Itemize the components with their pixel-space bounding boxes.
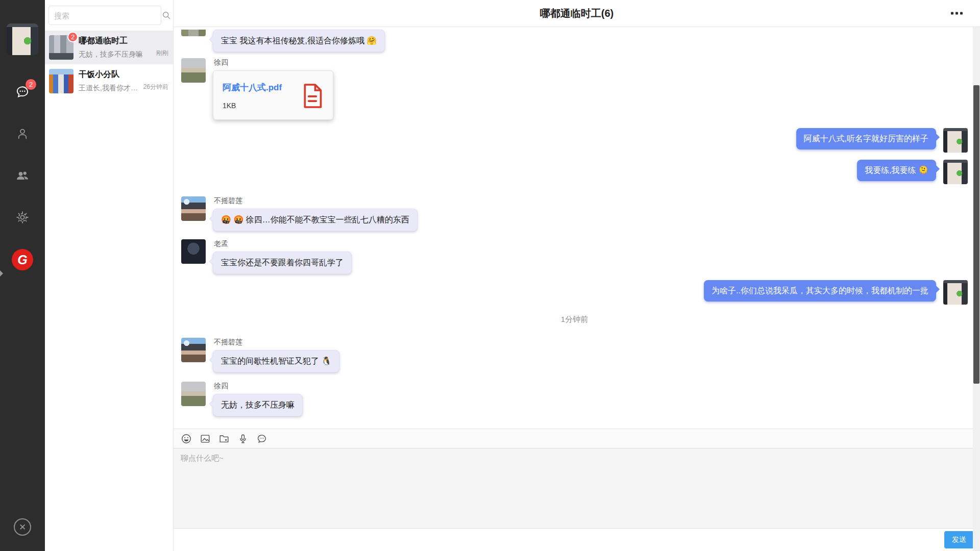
message-input-area — [174, 448, 980, 528]
emoji-icon — [181, 433, 192, 444]
collapse-handle-icon[interactable] — [0, 270, 3, 277]
send-image-button[interactable] — [199, 433, 211, 445]
file-size: 1KB — [223, 102, 282, 110]
message-input[interactable] — [174, 448, 980, 528]
conversation-item-ganfan[interactable]: 干饭小分队 王道长,我看你才… 26分钟前 — [45, 64, 173, 98]
message-row: 为啥子..你们总说我呆瓜，其实大多的时候，我都机制的一批 — [181, 280, 968, 305]
chat-header: 哪都通临时工(6) — [174, 0, 980, 27]
user-avatar[interactable] — [7, 23, 38, 55]
composer-toolbar — [174, 429, 980, 448]
send-button[interactable]: 发送 — [944, 531, 974, 548]
app-logo[interactable]: G — [12, 249, 33, 270]
image-icon — [200, 433, 211, 444]
more-options-button[interactable] — [948, 9, 966, 18]
message-row: 不摇碧莲 宝宝的间歇性机智证又犯了 🐧 — [181, 338, 968, 372]
search-bar — [45, 0, 173, 31]
conversation-title: 哪都通临时工 — [79, 36, 169, 46]
message-bubble: 🤬 🤬 徐四…你能不能不教宝宝一些乱七八糟的东西 — [213, 209, 418, 231]
logout-button[interactable]: ✕ — [14, 518, 31, 536]
file-attachment[interactable]: 阿威十八式.pdf 1KB — [213, 70, 333, 120]
message-row: 阿威十八式,听名字就好厉害的样子 — [181, 128, 968, 153]
sender-name: 不摇碧莲 — [214, 338, 242, 346]
nav-settings-button[interactable] — [14, 209, 31, 226]
messenger-window: 2 G ✕ — [0, 0, 980, 551]
conversation-time: 刚刚 — [154, 49, 168, 58]
nav-rail: 2 G ✕ — [0, 0, 45, 551]
group-icon — [15, 168, 30, 183]
send-file-button[interactable] — [218, 433, 230, 445]
chat-history-button[interactable] — [256, 433, 268, 445]
scrollbar-thumb[interactable] — [973, 85, 979, 384]
emoji-picker-button[interactable] — [180, 433, 192, 445]
message-row: 徐四 无妨，技多不压身嘛 — [181, 382, 968, 416]
message-bubble: 宝宝 我这有本祖传秘笈,很适合你修炼哦 🤗 — [213, 30, 385, 52]
unread-badge: 2 — [67, 32, 78, 42]
message-bubble: 无妨，技多不压身嘛 — [213, 394, 303, 416]
message-list: 宝宝 我这有本祖传秘笈,很适合你修炼哦 🤗 徐四 阿威十八式.pdf 1KB — [174, 27, 980, 429]
message-row: 我要练,我要练 🫠 — [181, 160, 968, 184]
avatar-buyaobilian[interactable] — [181, 196, 206, 221]
message-row: 宝宝 我这有本祖传秘笈,很适合你修炼哦 🤗 — [181, 30, 968, 52]
nav-chats-button[interactable]: 2 — [14, 84, 31, 100]
sender-name: 徐四 — [214, 58, 228, 66]
conversation-time: 26分钟前 — [141, 83, 168, 91]
avatar-self[interactable] — [943, 160, 968, 184]
sender-name: 不摇碧莲 — [214, 196, 242, 205]
avatar-buyaobilian[interactable] — [181, 338, 206, 362]
avatar-laomeng[interactable] — [181, 239, 206, 264]
message-bubble: 宝宝你还是不要跟着你四哥乱学了 — [213, 252, 352, 274]
chat-panel: 哪都通临时工(6) 宝宝 我这有本祖传秘笈,很适合你修炼哦 🤗 徐四 阿威十八式… — [174, 0, 980, 551]
search-button[interactable] — [161, 6, 172, 25]
search-input[interactable] — [48, 6, 161, 25]
avatar-xusi-partial[interactable] — [181, 30, 206, 36]
chat-bubble-icon — [256, 433, 267, 444]
chat-title: 哪都通临时工(6) — [540, 7, 614, 20]
avatar-self[interactable] — [943, 280, 968, 305]
avatar-self[interactable] — [943, 128, 968, 153]
nav-groups-button[interactable] — [14, 167, 31, 184]
sender-name: 徐四 — [214, 382, 228, 390]
settings-gear-icon — [15, 210, 30, 224]
message-row: 徐四 阿威十八式.pdf 1KB — [181, 58, 968, 120]
message-bubble: 宝宝的间歇性机智证又犯了 🐧 — [213, 350, 339, 372]
time-divider: 1分钟前 — [181, 315, 968, 324]
conversation-avatar: 2 — [49, 35, 74, 60]
conversation-avatar — [49, 69, 74, 93]
avatar-xusi[interactable] — [181, 382, 206, 406]
message-row: 不摇碧莲 🤬 🤬 徐四…你能不能不教宝宝一些乱七八糟的东西 — [181, 196, 968, 231]
conversation-list: 2 哪都通临时工 无妨，技多不压身嘛 刚刚 干饭小分队 王道长,我看你才… 26… — [45, 0, 174, 551]
avatar-xusi[interactable] — [181, 58, 206, 83]
unread-badge: 2 — [26, 79, 36, 90]
scrollbar-track[interactable] — [973, 27, 980, 551]
contacts-icon — [15, 127, 30, 141]
composer: 发送 — [174, 429, 980, 551]
file-name: 阿威十八式.pdf — [223, 82, 282, 93]
microphone-icon — [237, 433, 249, 444]
send-row: 发送 — [174, 528, 980, 551]
folder-icon — [218, 433, 230, 444]
nav-contacts-button[interactable] — [14, 126, 31, 142]
pdf-file-icon — [301, 83, 324, 109]
conversation-title: 干饭小分队 — [79, 69, 169, 80]
conversation-item-nadutong[interactable]: 2 哪都通临时工 无妨，技多不压身嘛 刚刚 — [45, 31, 173, 64]
message-bubble: 我要练,我要练 🫠 — [857, 160, 936, 181]
message-bubble: 为啥子..你们总说我呆瓜，其实大多的时候，我都机制的一批 — [704, 280, 936, 302]
search-icon — [161, 10, 172, 20]
message-bubble: 阿威十八式,听名字就好厉害的样子 — [796, 128, 936, 149]
message-row: 老孟 宝宝你还是不要跟着你四哥乱学了 — [181, 239, 968, 274]
voice-message-button[interactable] — [237, 433, 249, 445]
sender-name: 老孟 — [214, 239, 228, 247]
